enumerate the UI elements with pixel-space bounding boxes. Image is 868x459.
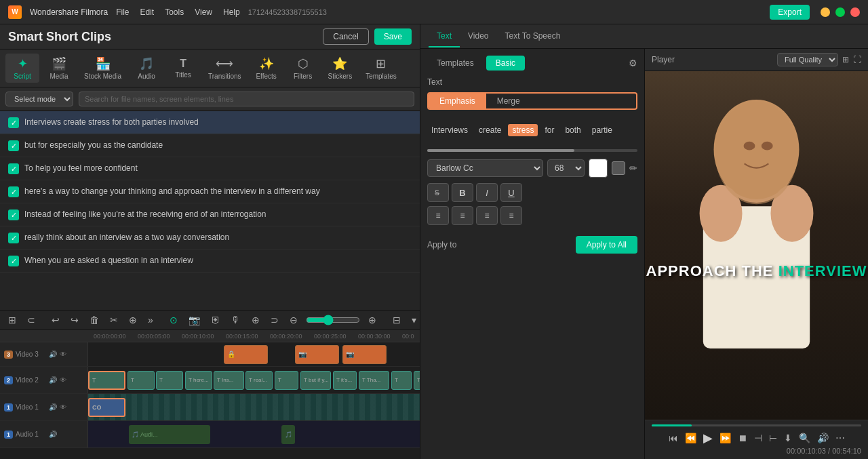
layout-btn[interactable]: ⊟ xyxy=(390,313,403,327)
track-content-video3[interactable]: 🔒 📷 📷 📷 xyxy=(88,342,420,366)
bold-button[interactable]: B xyxy=(452,183,473,202)
tool-templates[interactable]: ⊞ Templates xyxy=(360,54,402,83)
zoom-in-btn[interactable]: ⊕ xyxy=(366,313,379,327)
track-content-audio1[interactable]: 🎵 Audi... 🎵 xyxy=(88,421,420,447)
merge-tab[interactable]: Merge xyxy=(486,94,531,108)
grid-view-btn[interactable]: ⊞ xyxy=(5,313,19,327)
word-chip[interactable]: for xyxy=(540,124,558,136)
track-content-video1[interactable]: CO xyxy=(88,394,420,420)
more-btn[interactable]: » xyxy=(145,313,156,327)
magnet-btn[interactable]: ⊂ xyxy=(24,313,38,327)
clip[interactable]: T real... xyxy=(245,371,273,390)
export-button[interactable]: Export xyxy=(770,5,810,20)
menu-help[interactable]: Help xyxy=(223,7,240,17)
clip[interactable]: CO xyxy=(88,398,125,417)
color-wheel-btn[interactable]: ⊙ xyxy=(167,313,180,327)
preview-progress-bar[interactable] xyxy=(652,424,861,426)
tool-audio[interactable]: 🎵 Audio xyxy=(130,54,163,83)
clip[interactable]: T Ins... xyxy=(214,371,244,390)
clip[interactable]: T xyxy=(275,371,298,390)
track-visibility-btn[interactable]: 👁 xyxy=(60,351,66,358)
clip[interactable]: 📷 xyxy=(342,345,387,364)
skip-start-btn[interactable]: ⏮ xyxy=(669,433,678,443)
list-item[interactable]: ✓ When you are asked a question in an in… xyxy=(0,250,420,273)
checkbox[interactable]: ✓ xyxy=(8,140,19,151)
list-item[interactable]: ✓ Interviews create stress for both part… xyxy=(0,111,420,134)
color-picker[interactable] xyxy=(589,159,608,178)
clip[interactable]: T xyxy=(156,371,183,390)
next-frame-btn[interactable]: ⏩ xyxy=(719,433,731,443)
menu-tools[interactable]: Tools xyxy=(165,7,184,17)
align-right-button[interactable]: ≡ xyxy=(476,206,498,225)
search-input[interactable] xyxy=(79,92,414,106)
quality-select[interactable]: Full Quality xyxy=(777,53,838,66)
delete-btn[interactable]: 🗑 xyxy=(87,313,102,327)
prev-frame-btn[interactable]: ⏪ xyxy=(685,433,696,443)
word-chip[interactable]: Interviews xyxy=(427,124,472,136)
clip[interactable]: 🔒 xyxy=(224,345,268,364)
clip clip-selected[interactable]: T xyxy=(88,371,125,390)
audio-clip[interactable]: 🎵 Audi... xyxy=(129,425,210,444)
checkbox[interactable]: ✓ xyxy=(8,233,19,243)
checkbox[interactable]: ✓ xyxy=(8,163,19,174)
clip[interactable]: T here... xyxy=(185,371,212,390)
redo-btn[interactable]: ↪ xyxy=(68,313,81,327)
settings-icon[interactable]: ⚙ xyxy=(629,58,637,68)
layer-btn[interactable]: ⊕ xyxy=(249,313,262,327)
checkbox[interactable]: ✓ xyxy=(8,209,19,220)
clip[interactable]: T it's... xyxy=(333,371,357,390)
tool-script[interactable]: ✦ Script xyxy=(5,54,39,83)
italic-button[interactable]: I xyxy=(476,183,498,202)
tool-stock-media[interactable]: 🏪 Stock Media xyxy=(79,54,127,83)
tool-media[interactable]: 🎬 Media xyxy=(42,54,76,83)
tool-stickers[interactable]: ⭐ Stickers xyxy=(323,54,358,83)
sub-tab-basic[interactable]: Basic xyxy=(486,56,525,71)
underline-button[interactable]: U xyxy=(500,183,522,202)
checkbox[interactable]: ✓ xyxy=(8,117,19,128)
more-options-btn[interactable]: ⋯ xyxy=(835,433,845,443)
tool-titles[interactable]: T Titles xyxy=(166,55,200,81)
word-chip[interactable]: partie xyxy=(588,124,616,136)
track-visibility-btn[interactable]: 👁 xyxy=(60,403,66,411)
stop-btn[interactable]: ⏹ xyxy=(738,433,747,443)
align-justify-button[interactable]: ≡ xyxy=(500,206,522,225)
mic-btn[interactable]: 🎙 xyxy=(229,313,243,327)
track-audio-btn[interactable]: 🔊 xyxy=(49,403,57,411)
track-visibility-btn[interactable]: 👁 xyxy=(60,376,66,384)
maximize-button[interactable] xyxy=(835,7,845,17)
zoom-slider[interactable] xyxy=(306,315,360,325)
word-chip[interactable]: both xyxy=(561,124,585,136)
emphasis-tab[interactable]: Emphasis xyxy=(429,94,486,108)
list-item[interactable]: ✓ really think about an interview as a t… xyxy=(0,226,420,250)
menu-edit[interactable]: Edit xyxy=(140,7,155,17)
sub-tab-templates[interactable]: Templates xyxy=(427,56,484,71)
font-select[interactable]: Barlow Cc xyxy=(427,159,543,177)
clip[interactable]: T The... xyxy=(414,371,420,390)
volume-btn[interactable]: 🔊 xyxy=(817,433,829,443)
tab-text-to-speech[interactable]: Text To Speech xyxy=(497,26,569,47)
word-chip[interactable]: create xyxy=(475,124,505,136)
list-item[interactable]: ✓ but for especially you as the candidat… xyxy=(0,134,420,157)
fullscreen-btn[interactable]: ⛶ xyxy=(853,55,861,64)
align-center-button[interactable]: ≡ xyxy=(452,206,473,225)
tool-filters[interactable]: ⬡ Filters xyxy=(286,54,320,83)
strikethrough-btn[interactable]: S̶ xyxy=(427,183,449,202)
tool-transitions[interactable]: ⟷ Transitions xyxy=(203,54,247,83)
checkbox[interactable]: ✓ xyxy=(8,256,19,266)
audio-clip-small[interactable]: 🎵 xyxy=(281,425,295,444)
track-audio-btn[interactable]: 🔊 xyxy=(49,376,57,384)
track-audio-btn[interactable]: 🔊 xyxy=(49,351,57,358)
font-size-select[interactable]: 68 xyxy=(547,159,585,177)
track-content-video2[interactable]: T T T T here... T Ins... T real... T T b… xyxy=(88,367,420,393)
menu-view[interactable]: View xyxy=(195,7,212,17)
save-button[interactable]: Save xyxy=(374,28,412,45)
link-btn[interactable]: ⊃ xyxy=(268,313,281,327)
export-frame-btn[interactable]: ⬇ xyxy=(784,433,792,443)
shield-btn[interactable]: ⛨ xyxy=(208,313,223,327)
zoom-btn[interactable]: 🔍 xyxy=(799,433,810,443)
play-btn[interactable]: ▶ xyxy=(703,431,713,445)
checkbox[interactable]: ✓ xyxy=(8,186,19,197)
tab-text[interactable]: Text xyxy=(429,26,460,47)
settings-btn[interactable]: ▾ xyxy=(409,313,419,327)
tool-effects[interactable]: ✨ Effects xyxy=(250,54,283,83)
